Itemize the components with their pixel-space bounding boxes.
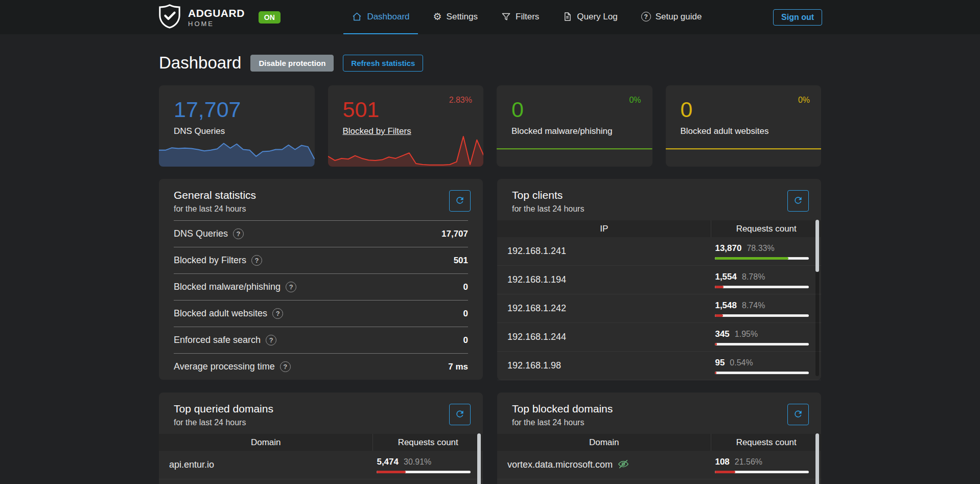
stat-row-value: 17,707: [441, 229, 468, 239]
scrollbar-track[interactable]: [815, 220, 819, 376]
progress-bar-fill: [715, 471, 735, 473]
stat-row: Blocked adult websites ? 0: [174, 300, 468, 327]
stat-row: Enforced safe search ? 0: [174, 327, 468, 353]
requests-count: 1,548: [715, 301, 737, 311]
progress-bar-track: [377, 471, 471, 473]
table-row: 192.168.1.244 345 1.95%: [497, 323, 821, 352]
nav-item-label: Settings: [447, 12, 478, 22]
nav-item-dashboard[interactable]: Dashboard: [343, 0, 417, 34]
brand[interactable]: ADGUARD HOME ON: [158, 0, 281, 34]
stat-card: 0 Blocked adult websites 0%: [666, 85, 822, 167]
panel-subtitle: for the last 24 hours: [174, 418, 468, 427]
domain-name[interactable]: vortex.data.microsoft.com: [507, 459, 613, 470]
scrollbar-thumb[interactable]: [477, 433, 481, 484]
requests-percent: 78.33%: [746, 244, 774, 253]
adguard-home-dashboard: ADGUARD HOME ON Dashboard ⚙ Settings: [0, 0, 980, 484]
panel-title: Top blocked domains: [512, 403, 806, 415]
refresh-button[interactable]: [449, 190, 471, 212]
general-statistics-panel: General statistics for the last 24 hours…: [159, 179, 483, 380]
disable-protection-button[interactable]: Disable protection: [250, 55, 334, 72]
refresh-button[interactable]: [449, 404, 471, 425]
stat-card-value: 0: [511, 99, 524, 121]
scrollbar-thumb[interactable]: [815, 433, 819, 484]
table-header: Domain Requests count: [497, 434, 821, 451]
requests-count: 95: [715, 358, 725, 368]
table-row: 192.168.1.194 1,554 8.78%: [497, 266, 821, 294]
shield-check-icon: [158, 4, 181, 31]
page-title: Dashboard: [159, 52, 241, 74]
question-circle-icon: ?: [641, 12, 651, 21]
scrollbar-track[interactable]: [815, 433, 819, 484]
progress-bar-fill: [715, 257, 788, 260]
mini-chart: [497, 132, 652, 167]
top-queried-domains-rows: api.entur.io 5,474 30.91%: [159, 451, 483, 479]
nav-item-filters[interactable]: Filters: [493, 0, 547, 34]
eye-off-icon: [618, 458, 629, 472]
top-clients-panel: Top clients for the last 24 hours IP Req…: [497, 179, 821, 380]
question-circle-icon[interactable]: ?: [272, 308, 283, 319]
scrollbar-track[interactable]: [477, 433, 481, 484]
stat-row-label: DNS Queries: [174, 228, 228, 239]
client-ip[interactable]: 192.168.1.98: [507, 360, 561, 371]
client-ip[interactable]: 192.168.1.194: [507, 274, 566, 285]
column-header-requests-count: Requests count: [372, 434, 483, 451]
progress-bar-fill: [715, 343, 717, 345]
sign-out-button[interactable]: Sign out: [773, 9, 822, 26]
progress-bar-fill: [715, 314, 723, 317]
question-circle-icon[interactable]: ?: [233, 228, 244, 239]
domain-name[interactable]: api.entur.io: [169, 459, 214, 470]
stat-card-value: 17,707: [174, 99, 241, 121]
client-ip[interactable]: 192.168.1.244: [507, 332, 566, 342]
stat-row-value: 0: [463, 335, 468, 345]
question-circle-icon[interactable]: ?: [266, 335, 276, 345]
stat-row-label: Blocked by Filters: [174, 255, 246, 266]
scrollbar-thumb[interactable]: [815, 220, 819, 272]
stat-card: 0 Blocked malware/phishing 0%: [497, 85, 652, 167]
nav-item-query-log[interactable]: Query Log: [554, 0, 625, 34]
top-blocked-domains-rows: vortex.data.microsoft.com 108 21.56%: [497, 451, 821, 479]
stat-card: 17,707 DNS Queries: [159, 85, 315, 167]
panel-subtitle: for the last 24 hours: [174, 204, 468, 214]
requests-count: 1,554: [715, 272, 737, 282]
table-row: vortex.data.microsoft.com 108 21.56%: [497, 451, 821, 479]
top-blocked-domains-panel: Top blocked domains for the last 24 hour…: [497, 393, 821, 484]
top-clients-rows: 192.168.1.241 13,870 78.33%: [497, 237, 821, 380]
question-circle-icon[interactable]: ?: [280, 361, 291, 372]
stat-row: Blocked malware/phishing ? 0: [174, 273, 468, 300]
stat-row-label: Enforced safe search: [174, 335, 261, 345]
top-queried-domains-panel: Top queried domains for the last 24 hour…: [159, 393, 483, 484]
client-ip[interactable]: 192.168.1.241: [507, 246, 566, 257]
refresh-button[interactable]: [787, 190, 809, 212]
stat-row-value: 0: [463, 282, 468, 292]
requests-count: 5,474: [377, 457, 399, 467]
protection-on-badge: ON: [259, 11, 281, 24]
requests-count: 13,870: [715, 243, 741, 253]
panel-title: General statistics: [174, 189, 468, 201]
stat-row-label: Blocked malware/phishing: [174, 282, 281, 292]
stat-row-value: 0: [463, 309, 468, 319]
question-circle-icon[interactable]: ?: [286, 282, 296, 292]
progress-bar-track: [715, 343, 809, 345]
table-row: 192.168.1.98 95 0.54%: [497, 352, 821, 380]
funnel-icon: [501, 12, 511, 21]
question-circle-icon[interactable]: ?: [251, 255, 262, 266]
refresh-button[interactable]: [787, 404, 809, 425]
topbar: ADGUARD HOME ON Dashboard ⚙ Settings: [0, 0, 980, 34]
brand-subtitle: HOME: [188, 20, 245, 27]
progress-bar-track: [715, 257, 809, 260]
requests-percent: 21.56%: [735, 457, 762, 467]
panel-title: Top clients: [512, 189, 806, 201]
table-row: api.entur.io 5,474 30.91%: [159, 451, 483, 479]
nav-item-label: Dashboard: [367, 12, 409, 22]
refresh-statistics-button[interactable]: Refresh statistics: [343, 55, 423, 72]
mini-chart: [328, 132, 484, 167]
client-ip[interactable]: 192.168.1.242: [507, 303, 566, 314]
refresh-icon: [455, 409, 465, 421]
stat-card-percent: 2.83%: [449, 96, 472, 105]
column-header-requests-count: Requests count: [711, 220, 821, 237]
main-nav: Dashboard ⚙ Settings Filters Query L: [281, 0, 773, 34]
nav-item-setup-guide[interactable]: ? Setup guide: [633, 0, 710, 34]
stat-row-label: Average processing time: [174, 361, 275, 372]
nav-item-settings[interactable]: ⚙ Settings: [425, 0, 486, 34]
refresh-icon: [793, 409, 803, 421]
